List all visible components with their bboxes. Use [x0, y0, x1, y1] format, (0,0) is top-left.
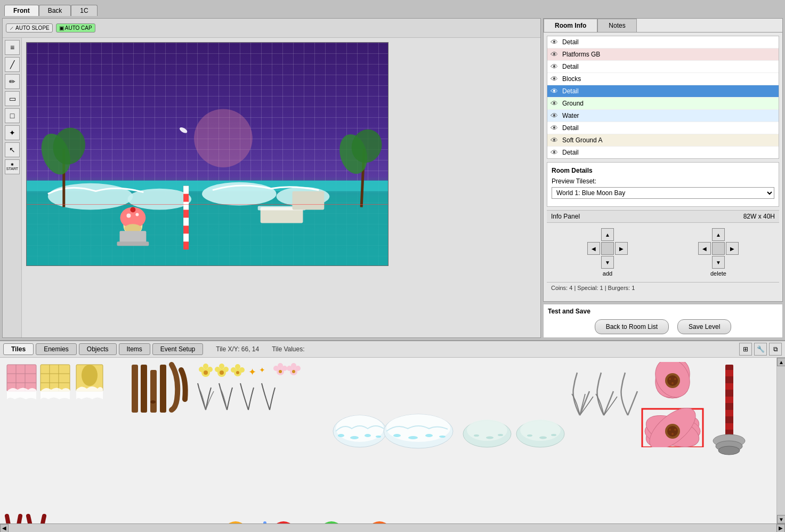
tile-group-snow-piles[interactable]	[460, 405, 567, 458]
svg-rect-45	[150, 370, 157, 413]
eye-icon-ground[interactable]: 👁	[551, 99, 558, 108]
layer-soft-ground[interactable]: 👁 Soft Ground A	[547, 134, 779, 147]
layer-blocks[interactable]: 👁 Blocks	[547, 73, 779, 85]
h-scroll-track	[9, 524, 776, 532]
layer-detail-2[interactable]: 👁 Detail	[547, 61, 779, 73]
eye-icon-4[interactable]: 👁	[551, 124, 558, 132]
tool-line[interactable]: ╱	[5, 57, 20, 72]
layer-detail-selected[interactable]: 👁 Detail	[547, 85, 779, 98]
tileset-select[interactable]: World 1: Blue Moon Bay	[552, 187, 774, 199]
tool-fill[interactable]: ✦	[5, 125, 20, 140]
svg-point-148	[317, 521, 346, 523]
delete-left[interactable]: ◀	[698, 242, 711, 255]
scroll-down-button[interactable]: ▼	[777, 515, 785, 523]
add-left[interactable]: ◀	[587, 242, 600, 255]
tile-group-sticks[interactable]	[124, 362, 193, 447]
add-up[interactable]: ▲	[601, 228, 614, 241]
layer-name-water: Water	[562, 112, 579, 119]
bottom-tab-objects[interactable]: Objects	[79, 343, 117, 355]
tool-marquee[interactable]: □	[5, 108, 20, 123]
add-right[interactable]: ▶	[615, 242, 628, 255]
layer-detail-1[interactable]: 👁 Detail	[547, 36, 779, 49]
auto-cap-button[interactable]: ▣ AUTO CAP	[56, 23, 95, 33]
tool-pencil[interactable]: ✏	[5, 74, 20, 89]
tile-group-candy-poles[interactable]	[707, 362, 760, 458]
tab-1c[interactable]: 1C	[71, 5, 97, 16]
grid-view-icon[interactable]: ⊞	[739, 343, 752, 356]
svg-point-84	[408, 436, 418, 439]
scroll-right-button[interactable]: ▶	[776, 524, 785, 533]
bottom-tab-enemies[interactable]: Enemies	[36, 343, 77, 355]
scroll-track	[777, 366, 785, 515]
svg-point-116	[671, 433, 674, 435]
save-level-button[interactable]: Save Level	[677, 319, 731, 334]
back-to-room-list-button[interactable]: Back to Room List	[595, 319, 669, 334]
bottom-tab-event-setup[interactable]: Event Setup	[152, 343, 203, 355]
test-save-title: Test and Save	[548, 308, 778, 315]
tile-group-snow-bases[interactable]	[330, 405, 458, 458]
eye-icon-5[interactable]: 👁	[551, 148, 558, 157]
svg-point-52	[204, 370, 208, 375]
tool-arrow[interactable]: ↖	[5, 142, 20, 157]
tile-values-label: Tile Values:	[272, 345, 304, 353]
auto-slope-button[interactable]: ⟋ AUTO SLOPE	[6, 23, 53, 33]
tab-room-info[interactable]: Room Info	[544, 19, 597, 32]
svg-rect-43	[132, 365, 138, 413]
tile-group-flowers[interactable]: ✦ ✦	[195, 362, 328, 447]
scroll-up-button[interactable]: ▲	[777, 358, 785, 366]
eye-icon-water[interactable]: 👁	[551, 111, 558, 120]
layer-water[interactable]: 👁 Water	[547, 110, 779, 122]
left-toolbar: ≡ ╱ ✏ ▭ □ ✦ ↖ ✱START	[3, 38, 22, 337]
layer-platforms[interactable]: 👁 Platforms GB	[547, 49, 779, 61]
info-panel-size: 82W x 40H	[743, 213, 775, 220]
tile-group-mushrooms[interactable]	[4, 513, 58, 523]
right-scrollbar[interactable]: ▲ ▼	[776, 358, 785, 523]
delete-right[interactable]: ▶	[726, 242, 739, 255]
delete-up[interactable]: ▲	[712, 228, 725, 241]
tool-select[interactable]: ≡	[5, 40, 20, 55]
bottom-tab-items[interactable]: Items	[119, 343, 150, 355]
svg-point-79	[365, 434, 371, 437]
layer-name-selected: Detail	[562, 87, 579, 95]
game-canvas[interactable]	[26, 42, 389, 266]
svg-point-62	[236, 371, 239, 374]
tab-front[interactable]: Front	[4, 5, 39, 16]
layer-ground[interactable]: 👁 Ground	[547, 98, 779, 110]
eye-icon-1[interactable]: 👁	[551, 38, 558, 46]
eye-icon-2[interactable]: 👁	[551, 62, 558, 71]
svg-point-94	[527, 434, 532, 437]
svg-rect-120	[725, 397, 733, 403]
tab-notes[interactable]: Notes	[597, 19, 636, 32]
svg-point-80	[376, 436, 381, 438]
svg-point-142	[269, 521, 298, 523]
layer-detail-5[interactable]: 👁 Detail	[547, 147, 779, 158]
svg-point-91	[498, 434, 503, 436]
wrench-icon[interactable]: 🔧	[754, 343, 767, 356]
tile-group-candy-squares[interactable]	[4, 362, 122, 447]
room-panel-content: 👁 Detail 👁 Platforms GB 👁 Detail 👁 Block…	[544, 33, 782, 296]
tool-start[interactable]: ✱START	[5, 159, 20, 174]
tool-rect[interactable]: ▭	[5, 91, 20, 106]
tab-back[interactable]: Back	[39, 5, 71, 16]
tile-group-lotus[interactable]	[641, 362, 705, 447]
tile-grid-area[interactable]: ✦ ✦	[0, 358, 776, 523]
eye-icon-blocks[interactable]: 👁	[551, 75, 558, 83]
add-center	[601, 242, 614, 255]
eye-icon-selected[interactable]: 👁	[551, 87, 558, 95]
svg-point-2	[48, 183, 133, 210]
tile-group-ferns[interactable]	[569, 362, 638, 426]
add-down[interactable]: ▼	[601, 256, 614, 269]
eye-icon-platforms[interactable]: 👁	[551, 50, 558, 59]
layer-name-blocks: Blocks	[562, 75, 581, 83]
svg-point-114	[669, 429, 671, 431]
copy-icon[interactable]: ⧉	[769, 343, 782, 356]
tile-group-gummy-bears[interactable]	[166, 513, 539, 523]
svg-point-55	[223, 367, 229, 372]
scroll-left-button[interactable]: ◀	[0, 524, 9, 533]
bottom-tab-tiles[interactable]: Tiles	[3, 343, 34, 355]
eye-icon-soft[interactable]: 👁	[551, 136, 558, 144]
slope-icon: ⟋	[9, 25, 14, 31]
stats-row: Coins: 4 | Special: 1 | Burgers: 1	[547, 282, 779, 293]
layer-detail-4[interactable]: 👁 Detail	[547, 122, 779, 134]
delete-down[interactable]: ▼	[712, 256, 725, 269]
